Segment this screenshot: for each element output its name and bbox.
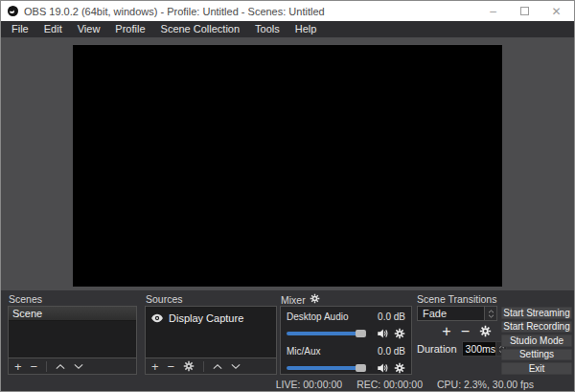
sources-dock-title: Sources bbox=[146, 293, 183, 305]
menu-file[interactable]: File bbox=[4, 21, 36, 37]
scenes-list[interactable]: Scene bbox=[9, 307, 136, 357]
menu-profile[interactable]: Profile bbox=[107, 21, 152, 37]
source-label: Display Capture bbox=[169, 312, 243, 324]
menu-scene-collection[interactable]: Scene Collection bbox=[153, 21, 248, 37]
move-scene-down-button[interactable] bbox=[74, 363, 83, 370]
transition-buttons: + − bbox=[417, 323, 497, 338]
scenes-dock-title: Scenes bbox=[9, 293, 42, 305]
add-scene-button[interactable]: + bbox=[14, 360, 22, 373]
sources-toolbar: + − bbox=[146, 357, 276, 374]
window-controls: – ✕ bbox=[477, 1, 572, 21]
scenes-toolbar: + − bbox=[9, 357, 136, 374]
channel-name: Mic/Aux bbox=[287, 346, 321, 357]
remove-scene-button[interactable]: − bbox=[31, 360, 38, 373]
sources-panel: Display Capture + − bbox=[145, 306, 277, 375]
menu-view[interactable]: View bbox=[70, 21, 108, 37]
maximize-icon bbox=[520, 7, 529, 15]
scenes-panel: Scene + − bbox=[8, 306, 137, 375]
channel-settings-gear-icon[interactable] bbox=[394, 362, 405, 374]
scene-list-item[interactable]: Scene bbox=[9, 307, 136, 321]
move-source-down-button[interactable] bbox=[231, 363, 241, 370]
slider-handle[interactable] bbox=[356, 364, 366, 372]
cpu-fps: CPU: 2.3%, 30.00 fps bbox=[437, 379, 534, 390]
channel-settings-gear-icon[interactable] bbox=[394, 328, 405, 339]
volume-slider-row bbox=[287, 362, 405, 374]
statusbar: LIVE: 00:00:00 REC: 00:00:00 CPU: 2.3%, … bbox=[1, 375, 574, 392]
toolbar-divider bbox=[203, 361, 204, 372]
duration-value: 300ms bbox=[463, 342, 496, 356]
minimize-button[interactable]: – bbox=[477, 1, 509, 21]
preview-canvas[interactable] bbox=[73, 45, 502, 287]
live-time: LIVE: 00:00:00 bbox=[276, 379, 342, 390]
obs-logo-icon bbox=[8, 6, 18, 16]
remove-source-button[interactable]: − bbox=[168, 360, 175, 373]
menu-tools[interactable]: Tools bbox=[247, 21, 288, 37]
menu-help[interactable]: Help bbox=[288, 21, 325, 37]
volume-slider[interactable] bbox=[287, 366, 372, 370]
settings-button[interactable]: Settings bbox=[501, 349, 572, 361]
main-buttons: Start Streaming Start Recording Studio M… bbox=[501, 307, 572, 375]
mixer-settings-gear-icon[interactable] bbox=[310, 293, 320, 306]
transition-selected-value: Fade bbox=[418, 307, 484, 320]
close-button[interactable]: ✕ bbox=[540, 1, 572, 21]
menu-edit[interactable]: Edit bbox=[36, 21, 70, 37]
move-scene-up-button[interactable] bbox=[56, 363, 65, 370]
preview-area bbox=[1, 37, 574, 290]
slider-fill bbox=[287, 366, 361, 370]
volume-slider-row bbox=[287, 328, 405, 339]
studio-mode-button[interactable]: Studio Mode bbox=[501, 334, 572, 347]
volume-slider[interactable] bbox=[287, 332, 372, 335]
visibility-eye-icon[interactable] bbox=[150, 310, 164, 327]
chevron-up-icon bbox=[488, 310, 494, 313]
chevron-down-icon bbox=[488, 314, 494, 318]
speaker-mute-icon[interactable] bbox=[377, 328, 389, 339]
exit-button[interactable]: Exit bbox=[501, 362, 572, 375]
channel-level: 0.0 dB bbox=[378, 311, 405, 322]
start-streaming-button[interactable]: Start Streaming bbox=[501, 307, 572, 319]
add-source-button[interactable]: + bbox=[151, 360, 159, 373]
titlebar[interactable]: OBS 19.0.2 (64bit, windows) - Profile: U… bbox=[1, 1, 574, 21]
duration-label: Duration bbox=[417, 343, 457, 355]
add-transition-button[interactable]: + bbox=[442, 325, 450, 337]
window-title: OBS 19.0.2 (64bit, windows) - Profile: U… bbox=[24, 6, 325, 17]
speaker-mute-icon[interactable] bbox=[377, 362, 389, 374]
source-properties-gear-icon[interactable] bbox=[183, 360, 195, 372]
transition-properties-gear-icon[interactable] bbox=[479, 325, 492, 337]
sources-list[interactable]: Display Capture bbox=[146, 307, 276, 357]
obs-window: OBS 19.0.2 (64bit, windows) - Profile: U… bbox=[0, 0, 575, 392]
transition-select[interactable]: Fade bbox=[417, 306, 497, 321]
channel-level: 0.0 dB bbox=[378, 346, 405, 357]
source-list-item[interactable]: Display Capture bbox=[146, 307, 276, 327]
transitions-dock-title: Scene Transitions bbox=[417, 293, 496, 305]
mixer-channel-header: Mic/Aux 0.0 dB bbox=[287, 346, 405, 357]
channel-name: Desktop Audio bbox=[287, 311, 349, 322]
mixer-dock-title: Mixer bbox=[281, 293, 320, 306]
remove-transition-button[interactable]: − bbox=[461, 325, 470, 337]
mixer-panel: Desktop Audio 0.0 dB Mic/Aux 0.0 dB bbox=[280, 306, 412, 375]
maximize-button[interactable] bbox=[509, 1, 540, 21]
slider-fill bbox=[287, 332, 361, 335]
start-recording-button[interactable]: Start Recording bbox=[501, 321, 572, 334]
slider-handle[interactable] bbox=[356, 330, 366, 337]
toolbar-divider bbox=[46, 361, 47, 372]
combo-spinner[interactable] bbox=[484, 307, 496, 320]
mixer-channel-header: Desktop Audio 0.0 dB bbox=[287, 311, 405, 322]
menubar: File Edit View Profile Scene Collection … bbox=[1, 21, 574, 37]
rec-time: REC: 00:00:00 bbox=[356, 379, 423, 390]
duration-row: Duration 300ms bbox=[417, 341, 497, 357]
mixer-title-label: Mixer bbox=[281, 294, 306, 306]
move-source-up-button[interactable] bbox=[213, 363, 222, 370]
duration-spinbox[interactable]: 300ms bbox=[462, 341, 508, 357]
